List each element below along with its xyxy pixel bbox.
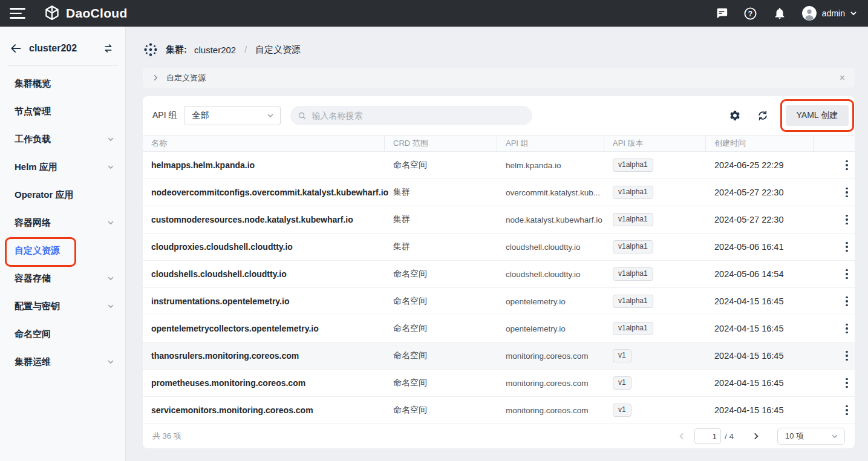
- created-time: 2024-04-15 16:45: [714, 324, 784, 333]
- sidebar-item-0[interactable]: 集群概览: [0, 70, 125, 97]
- info-bar-label: 自定义资源: [166, 73, 206, 83]
- created-time: 2024-06-25 22:29: [714, 160, 784, 170]
- row-actions-kebab-icon[interactable]: [839, 212, 855, 227]
- sidebar-item-2[interactable]: 工作负载: [0, 125, 125, 153]
- api-version-badge: v1alpha1: [613, 186, 653, 198]
- created-time: 2024-05-27 22:30: [714, 215, 784, 224]
- api-group: monitoring.coreos.com: [506, 379, 589, 388]
- sidebar-item-label: 集群运维: [15, 356, 51, 368]
- crd-scope: 命名空间: [393, 405, 427, 416]
- sidebar-item-8[interactable]: 配置与密钥: [0, 292, 125, 320]
- api-group-select[interactable]: 全部: [184, 106, 281, 125]
- row-actions-kebab-icon[interactable]: [839, 402, 855, 418]
- next-page-icon[interactable]: [752, 432, 760, 440]
- back-arrow-icon[interactable]: [10, 42, 22, 54]
- sidebar-item-label: Helm 应用: [15, 162, 57, 173]
- bell-icon[interactable]: [772, 6, 787, 21]
- sidebar-item-4[interactable]: Operator 应用: [0, 181, 125, 209]
- chevron-right-icon[interactable]: [152, 74, 159, 81]
- page-size-select[interactable]: 10 项: [777, 428, 845, 445]
- breadcrumb-cluster-label: 集群:: [166, 44, 187, 56]
- row-actions-kebab-icon[interactable]: [839, 375, 855, 391]
- crd-name[interactable]: prometheuses.monitoring.coreos.com: [151, 378, 305, 388]
- crd-name[interactable]: thanosrulers.monitoring.coreos.com: [151, 351, 299, 361]
- chevron-down-icon: [831, 433, 838, 440]
- api-group: opentelemetry.io: [506, 297, 566, 306]
- table-footer: 共 36 项 / 4 10 项: [143, 424, 855, 448]
- search-input[interactable]: [312, 111, 525, 120]
- row-actions-kebab-icon[interactable]: [839, 266, 855, 282]
- breadcrumb-page: 自定义资源: [255, 44, 301, 56]
- crd-name[interactable]: cloudproxies.cloudshell.cloudtty.io: [151, 242, 293, 252]
- chevron-down-icon: [107, 302, 114, 310]
- row-actions-kebab-icon[interactable]: [839, 185, 855, 200]
- created-time: 2024-05-27 22:30: [714, 188, 784, 197]
- menu-icon[interactable]: [10, 5, 25, 21]
- chevron-down-icon: [107, 358, 114, 365]
- sidebar-item-7[interactable]: 容器存储: [0, 264, 125, 292]
- sidebar-item-label: 命名空间: [15, 329, 51, 340]
- search-icon: [298, 111, 307, 120]
- crd-name[interactable]: servicemonitors.monitoring.coreos.com: [151, 405, 313, 415]
- sidebar-item-10[interactable]: 集群运维: [0, 348, 125, 376]
- sidebar-item-3[interactable]: Helm 应用: [0, 153, 125, 181]
- created-time: 2024-04-15 16:45: [714, 378, 784, 388]
- chat-icon[interactable]: [714, 6, 729, 21]
- help-icon[interactable]: ?: [743, 6, 758, 21]
- crd-name[interactable]: helmapps.helm.kpanda.io: [151, 160, 255, 170]
- table-row: cloudshells.cloudshell.cloudtty.io命名空间cl…: [143, 261, 855, 288]
- collapsible-info-bar: 自定义资源 ×: [143, 68, 855, 88]
- prev-page-icon[interactable]: [677, 432, 686, 440]
- row-actions-kebab-icon[interactable]: [839, 293, 855, 309]
- breadcrumb-cluster[interactable]: cluster202: [194, 45, 236, 55]
- api-group: overcommit.katalyst.kub...: [506, 188, 600, 197]
- api-group: opentelemetry.io: [506, 324, 566, 333]
- sidebar-nav: 集群概览节点管理工作负载Helm 应用Operator 应用容器网络自定义资源容…: [0, 70, 125, 376]
- table-row: prometheuses.monitoring.coreos.com命名空间mo…: [143, 370, 855, 397]
- sidebar-item-5[interactable]: 容器网络: [0, 209, 125, 237]
- api-group: monitoring.coreos.com: [506, 351, 589, 361]
- row-actions-kebab-icon[interactable]: [839, 321, 855, 336]
- yaml-create-annotation: YAML 创建: [786, 105, 849, 126]
- page-number-input[interactable]: [694, 428, 721, 444]
- sidebar-item-label: 节点管理: [15, 106, 51, 117]
- row-actions-kebab-icon[interactable]: [839, 239, 855, 255]
- chevron-down-icon: [267, 112, 274, 119]
- username: admin: [822, 8, 845, 18]
- api-version-badge: v1: [613, 404, 631, 416]
- column-header-api-group: API 组: [497, 136, 604, 151]
- sidebar-item-6[interactable]: 自定义资源: [0, 237, 125, 264]
- brand-logo[interactable]: DaoCloud: [44, 5, 128, 22]
- search-box: [290, 106, 532, 125]
- crd-name[interactable]: instrumentations.opentelemetry.io: [151, 296, 289, 306]
- close-icon[interactable]: ×: [840, 73, 845, 83]
- api-version-badge: v1alpha1: [613, 240, 653, 253]
- column-header-actions: [814, 136, 855, 151]
- api-group: monitoring.coreos.com: [506, 406, 589, 415]
- api-version-badge: v1: [613, 349, 631, 362]
- sidebar-item-1[interactable]: 节点管理: [0, 97, 125, 125]
- chevron-down-icon: [107, 136, 114, 143]
- row-actions-kebab-icon[interactable]: [839, 157, 855, 173]
- column-header-created: 创建时间: [706, 136, 814, 151]
- created-time: 2024-05-06 14:54: [714, 269, 784, 279]
- row-actions-kebab-icon[interactable]: [839, 348, 855, 364]
- sidebar-item-label: Operator 应用: [15, 189, 74, 201]
- yaml-create-button[interactable]: YAML 创建: [786, 105, 849, 126]
- crd-name[interactable]: customnoderesources.node.katalyst.kubewh…: [151, 215, 353, 224]
- refresh-icon[interactable]: [755, 108, 770, 123]
- breadcrumb-separator: /: [244, 45, 247, 54]
- chevron-down-icon: [107, 275, 114, 282]
- crd-name[interactable]: opentelemetrycollectors.opentelemetry.io: [151, 324, 319, 333]
- gear-icon[interactable]: [728, 108, 742, 123]
- crd-name[interactable]: cloudshells.cloudshell.cloudtty.io: [151, 269, 287, 279]
- crd-scope: 集群: [393, 187, 410, 198]
- sidebar-item-9[interactable]: 命名空间: [0, 320, 125, 348]
- user-menu[interactable]: admin: [801, 5, 857, 21]
- sidebar-item-label: 容器网络: [15, 217, 51, 229]
- table-row: opentelemetrycollectors.opentelemetry.io…: [143, 315, 855, 342]
- page-size-value: 10 项: [785, 431, 831, 442]
- crd-name[interactable]: nodeovercommitconfigs.overcommit.katalys…: [151, 188, 388, 197]
- switch-cluster-icon[interactable]: [102, 42, 114, 54]
- api-group: cloudshell.cloudtty.io: [506, 243, 581, 252]
